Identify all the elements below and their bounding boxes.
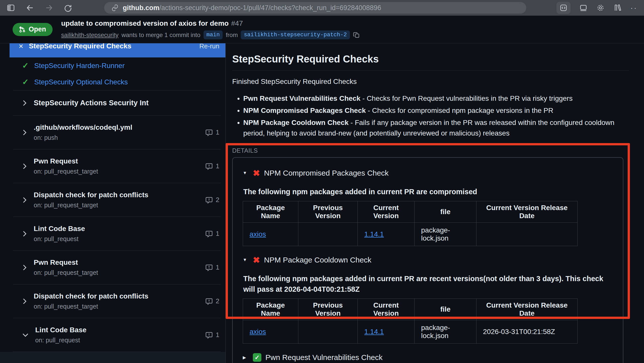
sidebar-link-label[interactable]: StepSecurity Harden-Runner [34, 62, 125, 70]
previous-version-cell [298, 320, 358, 344]
workflow-title: Lint Code Base [35, 326, 199, 334]
pr-author-link[interactable]: sailikhith-stepsecurity [61, 31, 118, 39]
sidebar-selected-label: StepSecurity Required Checks [29, 43, 194, 50]
pr-header: Open update to compromised version of ax… [0, 16, 644, 43]
col-header: Previous Version [298, 201, 358, 223]
section-pwn-request-toggle[interactable]: ▶ ✓ Pwn Request Vulnerabilities Check [243, 353, 613, 362]
table-header-row: Package Name Previous Version Current Ve… [243, 299, 578, 320]
pass-check-icon: ✓ [253, 353, 261, 362]
chevron-right-icon[interactable] [22, 197, 27, 203]
triangle-down-icon[interactable]: ▼ [243, 171, 249, 176]
annotation-count: 1 [216, 128, 219, 136]
forward-icon [45, 4, 53, 12]
annotation-count: 1 [216, 331, 219, 339]
sidebar-item-stepsecurity-required-checks[interactable]: × StepSecurity Required Checks Re-run [10, 43, 225, 57]
checks-sidebar: × StepSecurity Required Checks Re-run ✓ … [0, 43, 226, 363]
chevron-right-icon [22, 100, 27, 106]
sidebar-group-actions-security[interactable]: StepSecurity Actions Security Int [13, 90, 221, 115]
version-link[interactable]: 1.14.1 [364, 328, 384, 336]
table-header-row: Package Name Previous Version Current Ve… [243, 201, 578, 223]
chevron-right-icon[interactable] [22, 163, 27, 170]
annotation-icon [205, 196, 213, 204]
split-view-icon[interactable] [556, 2, 571, 14]
details-panel: ▼ ✖ NPM Compromised Packages Check The f… [232, 157, 623, 363]
sidebar-link-label[interactable]: StepSecurity Optional Checks [34, 78, 128, 86]
workflow-trigger: on: pull_request [34, 235, 199, 243]
rerun-button[interactable]: Re-run [199, 43, 219, 50]
chevron-down-icon[interactable] [22, 333, 29, 338]
release-date-cell [476, 223, 578, 246]
triangle-right-icon[interactable]: ▶ [243, 355, 249, 360]
pr-status-label: Open [29, 25, 46, 33]
sidebar-workflow-dispatch-check[interactable]: Dispatch check for patch conflicts on: p… [13, 183, 221, 217]
sidebar-workflow-lint-code-base[interactable]: Lint Code Base on: pull_request 1 [13, 217, 221, 250]
reload-icon[interactable] [64, 4, 72, 12]
sidebar-workflow-codeql[interactable]: .github/workflows/codeql.yml on: push 1 [13, 116, 221, 149]
sidebar-job-run-lint[interactable]: ✓ run-lint [0, 352, 225, 363]
base-branch-label[interactable]: main [204, 30, 223, 39]
section-npm-cooldown-toggle[interactable]: ▼ ✖ NPM Package Cooldown Check [243, 256, 613, 264]
screen-share-icon[interactable] [579, 4, 588, 12]
chevron-right-icon[interactable] [22, 230, 27, 237]
annotation-count: 2 [216, 297, 219, 305]
sidebar-item-harden-runner[interactable]: ✓ StepSecurity Harden-Runner [13, 57, 221, 74]
release-date-cell: 2026-03-31T00:21:58Z [476, 320, 578, 344]
chevron-right-icon[interactable] [22, 298, 27, 305]
section-npm-compromised-toggle[interactable]: ▼ ✖ NPM Compromised Packages Check [243, 169, 613, 177]
section-note: The following npm packages added in curr… [243, 186, 613, 197]
section-title: Pwn Request Vulnerabilities Check [265, 353, 383, 362]
settings-gear-icon[interactable] [596, 4, 605, 12]
col-header: Package Name [243, 299, 298, 320]
pr-title: update to compromised version of axios f… [61, 19, 229, 27]
annotation-count: 1 [216, 263, 219, 271]
section-title: NPM Package Cooldown Check [264, 256, 372, 264]
check-status-line: Finished StepSecurity Required Checks [232, 78, 629, 86]
package-link[interactable]: axios [250, 328, 266, 336]
workflow-title: Dispatch check for patch conflicts [34, 191, 199, 199]
chevron-right-icon[interactable] [22, 264, 27, 271]
cooldown-packages-table: Package Name Previous Version Current Ve… [243, 299, 578, 344]
copy-branch-icon[interactable] [353, 31, 360, 39]
workflow-trigger: on: pull_request [35, 337, 199, 344]
section-note: The following npm packages added in curr… [243, 273, 613, 294]
collapse-icon[interactable]: × [19, 43, 23, 50]
sidebar-toggle-icon[interactable] [7, 4, 15, 12]
library-icon[interactable] [613, 4, 622, 12]
annotation-icon [205, 162, 213, 170]
url-host: github.com [123, 4, 159, 12]
sidebar-workflow-dispatch-check-2[interactable]: Dispatch check for patch conflicts on: p… [13, 284, 221, 318]
address-bar[interactable]: github.com/actions-security-demo/poc-1/p… [104, 2, 526, 14]
annotation-icon [205, 331, 213, 339]
file-cell: package-lock.json [415, 320, 476, 344]
sidebar-workflow-pwn-request-2[interactable]: Pwn Request on: pull_request_target 1 [13, 251, 221, 284]
workflow-title: Lint Code Base [34, 225, 199, 233]
sidebar-group-label: StepSecurity Actions Security Int [34, 99, 149, 107]
workflow-title: Pwn Request [34, 258, 199, 267]
head-branch-label[interactable]: sailikhith-stepsecurity-patch-2 [241, 30, 350, 39]
fail-cross-icon: ✖ [253, 256, 260, 264]
url-path: /actions-security-demo/poc-1/pull/47/che… [159, 4, 381, 12]
package-link[interactable]: axios [250, 230, 266, 238]
pr-status-badge: Open [13, 23, 53, 36]
col-header: Current Version Release Date [476, 201, 578, 223]
pr-number: #47 [231, 19, 243, 27]
list-item: NPM Compromised Packages Check - Checks … [243, 105, 629, 116]
workflow-trigger: on: pull_request_target [34, 303, 199, 310]
version-link[interactable]: 1.14.1 [364, 230, 384, 238]
triangle-down-icon[interactable]: ▼ [243, 257, 249, 262]
more-menu-icon[interactable]: ·· [630, 4, 637, 12]
pr-merge-text: wants to merge 1 commit into [122, 31, 200, 39]
details-section-label: DETAILS [232, 147, 629, 154]
section-title: NPM Compromised Packages Check [264, 169, 389, 177]
chevron-right-icon[interactable] [22, 129, 27, 136]
annotation-count: 1 [216, 162, 219, 170]
back-icon[interactable] [26, 4, 34, 12]
sidebar-workflow-lint-code-base-expanded[interactable]: Lint Code Base on: pull_request 1 [13, 318, 221, 352]
table-row: axios 1.14.1 package-lock.json 2026-03-3… [243, 320, 578, 344]
sidebar-item-optional-checks[interactable]: ✓ StepSecurity Optional Checks [13, 74, 221, 90]
workflow-title: Dispatch check for patch conflicts [34, 292, 199, 300]
compromised-packages-table: Package Name Previous Version Current Ve… [243, 201, 578, 246]
workflow-trigger: on: pull_request_target [34, 269, 199, 276]
check-description-list: Pwn Request Vulnerabilities Check - Chec… [243, 93, 629, 139]
sidebar-workflow-pwn-request[interactable]: Pwn Request on: pull_request_target 1 [13, 149, 221, 183]
